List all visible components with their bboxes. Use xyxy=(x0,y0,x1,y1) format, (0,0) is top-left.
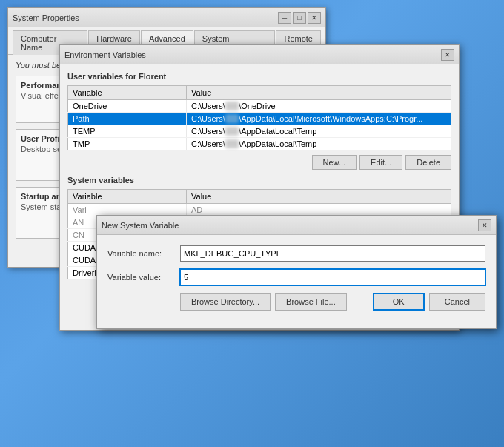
var-name: OneDrive xyxy=(68,100,187,113)
value-col-header: Value xyxy=(187,86,451,100)
env-title: Environment Variables xyxy=(64,50,146,59)
browse-btns-row: Browse Directory... Browse File... OK Ca… xyxy=(180,293,485,311)
var-value: C:\Users\ \OneDrive xyxy=(187,100,451,113)
env-window-controls: ✕ xyxy=(441,49,454,61)
sys-variable-col-header: Variable xyxy=(68,190,187,204)
user-vars-label: User variables for Florent xyxy=(67,72,451,81)
table-row[interactable]: TEMP C:\Users\ \AppData\Local\Temp xyxy=(68,125,451,138)
env-close-button[interactable]: ✕ xyxy=(441,49,454,61)
table-row[interactable]: Vari AD xyxy=(68,204,451,216)
variable-value-label: Variable value: xyxy=(107,273,174,282)
variable-value-row: Variable value: xyxy=(107,269,485,285)
table-row[interactable]: TMP C:\Users\ \AppData\Local\Temp xyxy=(68,138,451,150)
window-controls: ─ □ ✕ xyxy=(278,12,321,24)
table-row[interactable]: OneDrive C:\Users\ \OneDrive xyxy=(68,100,451,113)
new-var-ok-button[interactable]: OK xyxy=(373,293,425,311)
blurred-username xyxy=(225,102,239,110)
browse-directory-button[interactable]: Browse Directory... xyxy=(180,293,271,311)
variable-name-row: Variable name: xyxy=(107,245,485,262)
var-value: C:\Users\ \AppData\Local\Temp xyxy=(187,138,451,150)
new-var-title: New System Variable xyxy=(102,221,179,230)
env-titlebar: Environment Variables ✕ xyxy=(60,45,459,64)
var-name: TEMP xyxy=(68,125,187,138)
sys-var-name: Vari xyxy=(68,204,187,216)
browse-file-button[interactable]: Browse File... xyxy=(275,293,347,311)
new-var-controls: ✕ xyxy=(478,219,491,231)
user-edit-button[interactable]: Edit... xyxy=(359,155,402,170)
sys-vars-label: System variables xyxy=(67,176,451,185)
new-var-titlebar: New System Variable ✕ xyxy=(97,216,496,235)
variable-name-label: Variable name: xyxy=(107,249,174,258)
user-delete-button[interactable]: Delete xyxy=(405,155,451,170)
sys-value-col-header: Value xyxy=(187,190,451,204)
new-var-close-button[interactable]: ✕ xyxy=(478,219,491,231)
new-var-dialog: New System Variable ✕ Variable name: Var… xyxy=(96,215,497,329)
variable-name-input[interactable] xyxy=(180,245,485,262)
dialog-content: Variable name: Variable value: Browse Di… xyxy=(97,235,496,328)
var-name: Path xyxy=(68,113,187,125)
maximize-button[interactable]: □ xyxy=(293,12,306,24)
minimize-button[interactable]: ─ xyxy=(278,12,291,24)
var-value: C:\Users\ \AppData\Local\Microsoft\Windo… xyxy=(187,113,451,125)
blurred-username xyxy=(225,114,239,123)
system-props-title: System Properties xyxy=(13,13,79,22)
user-vars-table: Variable Value OneDrive C:\Users\ \OneDr… xyxy=(67,85,451,150)
table-row[interactable]: Path C:\Users\ \AppData\Local\Microsoft\… xyxy=(68,113,451,125)
user-vars-btn-row: New... Edit... Delete xyxy=(67,155,451,170)
close-button[interactable]: ✕ xyxy=(308,12,321,24)
variable-col-header: Variable xyxy=(68,86,187,100)
var-value: C:\Users\ \AppData\Local\Temp xyxy=(187,125,451,138)
system-props-titlebar: System Properties ─ □ ✕ xyxy=(8,8,325,27)
variable-value-input[interactable] xyxy=(180,269,485,285)
var-name: TMP xyxy=(68,138,187,150)
user-new-button[interactable]: New... xyxy=(312,155,357,170)
blurred-username xyxy=(225,139,239,148)
sys-var-value: AD xyxy=(187,204,451,216)
new-var-cancel-button[interactable]: Cancel xyxy=(429,293,485,311)
blurred-username xyxy=(225,127,239,136)
